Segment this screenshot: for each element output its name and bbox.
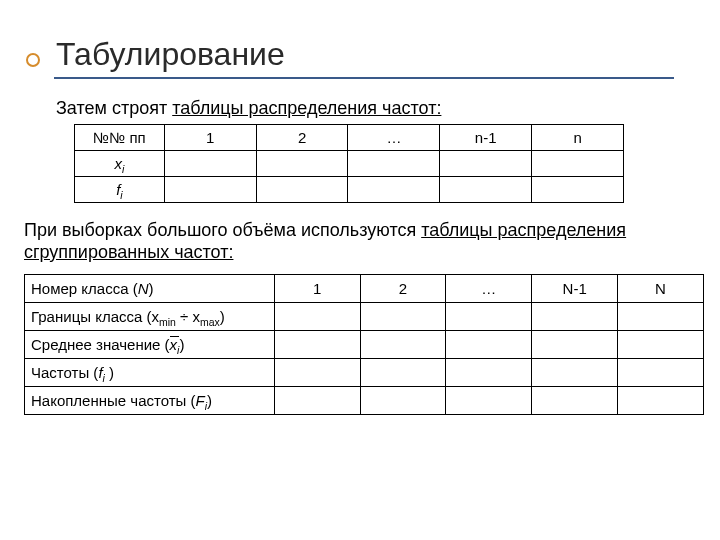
intro-plain: Затем строят <box>56 98 172 118</box>
frequency-table: №№ пп 1 2 … n-1 n xi fi <box>74 124 624 203</box>
table-row: №№ пп 1 2 … n-1 n <box>75 124 624 150</box>
grouped-intro: При выборках большого объёма используютс… <box>24 219 680 264</box>
slide-title: Табулирование <box>56 36 680 73</box>
t1-row3-head: fi <box>75 176 165 202</box>
t1-row1-head: №№ пп <box>75 124 165 150</box>
t1-c2: 2 <box>256 124 348 150</box>
t2-row3-label: Среднее значение (xi) <box>25 330 275 358</box>
t2-row5-label: Накопленные частоты (Fi) <box>25 386 275 414</box>
table-row: Среднее значение (xi) <box>25 330 704 358</box>
t2-c3: … <box>446 274 532 302</box>
table-row: Накопленные частоты (Fi) <box>25 386 704 414</box>
t2-row4-label: Частоты (fi ) <box>25 358 275 386</box>
t1-row2-x: x <box>115 155 123 172</box>
t1-row2-sub: i <box>122 163 124 175</box>
t2-c4: N-1 <box>532 274 618 302</box>
t2-c2: 2 <box>360 274 446 302</box>
table-row: xi <box>75 150 624 176</box>
t2-c5: N <box>618 274 704 302</box>
t2-c1: 1 <box>274 274 360 302</box>
t2-row2-label: Границы класса (xmin ÷ xmax) <box>25 302 275 330</box>
table-row: Границы класса (xmin ÷ xmax) <box>25 302 704 330</box>
t1-c5: n <box>532 124 624 150</box>
table-row: Номер класса (N) 1 2 … N-1 N <box>25 274 704 302</box>
t2-row1-label: Номер класса (N) <box>25 274 275 302</box>
slide-bullet-icon <box>26 53 40 67</box>
intro-text: Затем строят таблицы распределения часто… <box>56 97 680 120</box>
t1-c4: n-1 <box>440 124 532 150</box>
t1-c3: … <box>348 124 440 150</box>
t1-row2-head: xi <box>75 150 165 176</box>
table-row: Частоты (fi ) <box>25 358 704 386</box>
t1-c1: 1 <box>164 124 256 150</box>
t1-row3-sub: i <box>120 189 122 201</box>
intro-underline: таблицы распределения частот: <box>172 98 441 118</box>
grouped-frequency-table: Номер класса (N) 1 2 … N-1 N Границы кла… <box>24 274 704 415</box>
table-row: fi <box>75 176 624 202</box>
title-divider <box>54 77 674 79</box>
para2-plain: При выборках большого объёма используютс… <box>24 220 421 240</box>
